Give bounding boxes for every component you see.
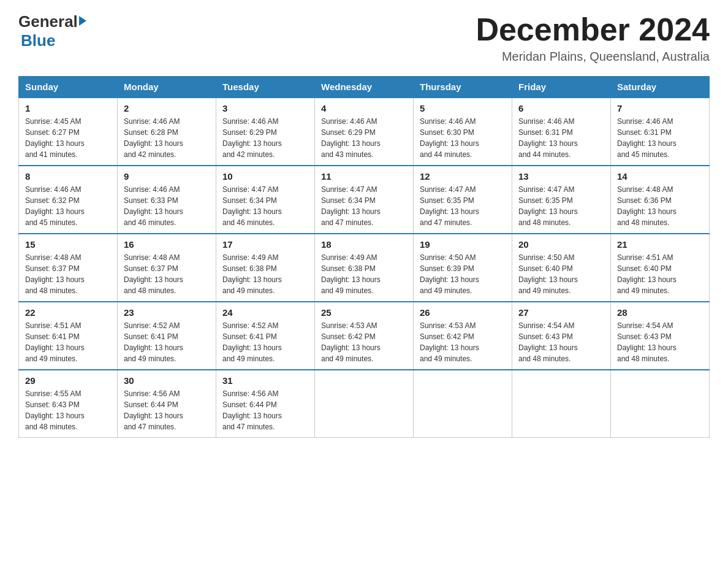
table-row: 7 Sunrise: 4:46 AM Sunset: 6:31 PM Dayli… [611,98,710,166]
day-info: Sunrise: 4:48 AM Sunset: 6:36 PM Dayligh… [617,184,703,228]
table-row: 25 Sunrise: 4:53 AM Sunset: 6:42 PM Dayl… [315,302,414,370]
day-info: Sunrise: 4:53 AM Sunset: 6:42 PM Dayligh… [321,320,407,364]
col-saturday: Saturday [611,77,710,98]
day-number: 29 [25,375,111,386]
day-number: 3 [222,103,308,113]
table-row: 12 Sunrise: 4:47 AM Sunset: 6:35 PM Dayl… [414,166,512,234]
table-row: 15 Sunrise: 4:48 AM Sunset: 6:37 PM Dayl… [19,234,118,302]
day-info: Sunrise: 4:50 AM Sunset: 6:40 PM Dayligh… [518,252,604,296]
logo: General Blue [18,12,86,50]
table-row: 18 Sunrise: 4:49 AM Sunset: 6:38 PM Dayl… [315,234,414,302]
table-row: 4 Sunrise: 4:46 AM Sunset: 6:29 PM Dayli… [315,98,414,166]
table-row: 13 Sunrise: 4:47 AM Sunset: 6:35 PM Dayl… [512,166,611,234]
table-row: 24 Sunrise: 4:52 AM Sunset: 6:41 PM Dayl… [216,302,315,370]
day-info: Sunrise: 4:46 AM Sunset: 6:29 PM Dayligh… [222,116,308,160]
table-row [611,370,710,438]
day-number: 9 [124,171,210,182]
page-header: General Blue December 2024 Meridan Plain… [18,12,710,64]
day-number: 30 [124,375,210,386]
day-number: 2 [124,103,210,113]
table-row: 22 Sunrise: 4:51 AM Sunset: 6:41 PM Dayl… [19,302,118,370]
day-info: Sunrise: 4:49 AM Sunset: 6:38 PM Dayligh… [321,252,407,296]
day-info: Sunrise: 4:46 AM Sunset: 6:32 PM Dayligh… [25,184,111,228]
table-row: 6 Sunrise: 4:46 AM Sunset: 6:31 PM Dayli… [512,98,611,166]
location-subtitle: Meridan Plains, Queensland, Australia [476,50,710,64]
day-info: Sunrise: 4:54 AM Sunset: 6:43 PM Dayligh… [518,320,604,364]
day-info: Sunrise: 4:52 AM Sunset: 6:41 PM Dayligh… [124,320,210,364]
table-row: 9 Sunrise: 4:46 AM Sunset: 6:33 PM Dayli… [118,166,216,234]
day-info: Sunrise: 4:51 AM Sunset: 6:41 PM Dayligh… [25,320,111,364]
table-row: 27 Sunrise: 4:54 AM Sunset: 6:43 PM Dayl… [512,302,611,370]
day-info: Sunrise: 4:54 AM Sunset: 6:43 PM Dayligh… [617,320,703,364]
day-info: Sunrise: 4:50 AM Sunset: 6:39 PM Dayligh… [420,252,506,296]
day-number: 12 [420,171,506,182]
day-number: 14 [617,171,703,182]
table-row: 10 Sunrise: 4:47 AM Sunset: 6:34 PM Dayl… [216,166,315,234]
calendar-week-row: 15 Sunrise: 4:48 AM Sunset: 6:37 PM Dayl… [19,234,710,302]
day-number: 27 [518,307,604,318]
title-area: December 2024 Meridan Plains, Queensland… [476,12,710,64]
day-number: 25 [321,307,407,318]
day-number: 31 [222,375,308,386]
col-tuesday: Tuesday [216,77,315,98]
day-info: Sunrise: 4:46 AM Sunset: 6:28 PM Dayligh… [124,116,210,160]
table-row: 20 Sunrise: 4:50 AM Sunset: 6:40 PM Dayl… [512,234,611,302]
table-row: 1 Sunrise: 4:45 AM Sunset: 6:27 PM Dayli… [19,98,118,166]
day-info: Sunrise: 4:46 AM Sunset: 6:31 PM Dayligh… [518,116,604,160]
day-info: Sunrise: 4:55 AM Sunset: 6:43 PM Dayligh… [25,388,111,432]
day-number: 5 [420,103,506,113]
day-number: 17 [222,239,308,250]
day-info: Sunrise: 4:56 AM Sunset: 6:44 PM Dayligh… [124,388,210,432]
day-info: Sunrise: 4:51 AM Sunset: 6:40 PM Dayligh… [617,252,703,296]
day-number: 4 [321,103,407,113]
day-number: 24 [222,307,308,318]
table-row: 2 Sunrise: 4:46 AM Sunset: 6:28 PM Dayli… [118,98,216,166]
calendar-week-row: 8 Sunrise: 4:46 AM Sunset: 6:32 PM Dayli… [19,166,710,234]
table-row [414,370,512,438]
day-info: Sunrise: 4:45 AM Sunset: 6:27 PM Dayligh… [25,116,111,160]
day-info: Sunrise: 4:46 AM Sunset: 6:29 PM Dayligh… [321,116,407,160]
day-info: Sunrise: 4:56 AM Sunset: 6:44 PM Dayligh… [222,388,308,432]
table-row: 19 Sunrise: 4:50 AM Sunset: 6:39 PM Dayl… [414,234,512,302]
logo-triangle-icon [79,16,86,26]
table-row: 30 Sunrise: 4:56 AM Sunset: 6:44 PM Dayl… [118,370,216,438]
day-number: 7 [617,103,703,113]
day-info: Sunrise: 4:46 AM Sunset: 6:30 PM Dayligh… [420,116,506,160]
day-info: Sunrise: 4:48 AM Sunset: 6:37 PM Dayligh… [25,252,111,296]
day-number: 18 [321,239,407,250]
table-row: 11 Sunrise: 4:47 AM Sunset: 6:34 PM Dayl… [315,166,414,234]
table-row: 21 Sunrise: 4:51 AM Sunset: 6:40 PM Dayl… [611,234,710,302]
calendar-week-row: 22 Sunrise: 4:51 AM Sunset: 6:41 PM Dayl… [19,302,710,370]
table-row [512,370,611,438]
table-row: 28 Sunrise: 4:54 AM Sunset: 6:43 PM Dayl… [611,302,710,370]
table-row: 29 Sunrise: 4:55 AM Sunset: 6:43 PM Dayl… [19,370,118,438]
calendar-week-row: 29 Sunrise: 4:55 AM Sunset: 6:43 PM Dayl… [19,370,710,438]
day-number: 23 [124,307,210,318]
calendar-week-row: 1 Sunrise: 4:45 AM Sunset: 6:27 PM Dayli… [19,98,710,166]
day-number: 11 [321,171,407,182]
day-info: Sunrise: 4:46 AM Sunset: 6:31 PM Dayligh… [617,116,703,160]
day-info: Sunrise: 4:49 AM Sunset: 6:38 PM Dayligh… [222,252,308,296]
month-title: December 2024 [476,12,710,47]
logo-general-text: General [18,12,78,31]
table-row: 8 Sunrise: 4:46 AM Sunset: 6:32 PM Dayli… [19,166,118,234]
col-monday: Monday [118,77,216,98]
table-row: 5 Sunrise: 4:46 AM Sunset: 6:30 PM Dayli… [414,98,512,166]
day-number: 6 [518,103,604,113]
table-row: 26 Sunrise: 4:53 AM Sunset: 6:42 PM Dayl… [414,302,512,370]
col-friday: Friday [512,77,611,98]
day-info: Sunrise: 4:47 AM Sunset: 6:35 PM Dayligh… [420,184,506,228]
col-wednesday: Wednesday [315,77,414,98]
table-row: 3 Sunrise: 4:46 AM Sunset: 6:29 PM Dayli… [216,98,315,166]
day-number: 20 [518,239,604,250]
day-number: 15 [25,239,111,250]
day-number: 26 [420,307,506,318]
day-info: Sunrise: 4:46 AM Sunset: 6:33 PM Dayligh… [124,184,210,228]
day-info: Sunrise: 4:52 AM Sunset: 6:41 PM Dayligh… [222,320,308,364]
day-number: 8 [25,171,111,182]
day-number: 28 [617,307,703,318]
day-info: Sunrise: 4:48 AM Sunset: 6:37 PM Dayligh… [124,252,210,296]
day-number: 19 [420,239,506,250]
day-number: 21 [617,239,703,250]
table-row: 31 Sunrise: 4:56 AM Sunset: 6:44 PM Dayl… [216,370,315,438]
